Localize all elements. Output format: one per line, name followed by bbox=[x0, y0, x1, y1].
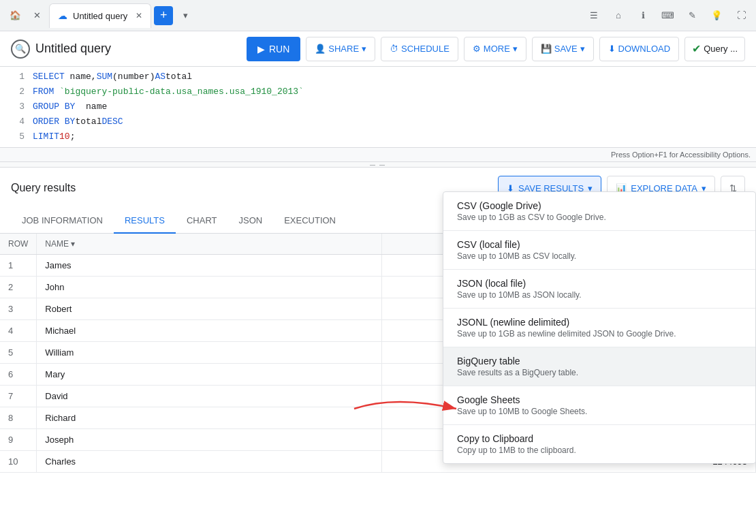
dropdown-item-4[interactable]: BigQuery table Save results as a BigQuer… bbox=[443, 347, 755, 386]
tab-json[interactable]: JSON bbox=[227, 208, 273, 234]
new-tab-button[interactable]: + bbox=[154, 6, 173, 25]
tab-results[interactable]: RESULTS bbox=[114, 208, 176, 234]
tab-title: Untitled query bbox=[73, 11, 127, 21]
cell-name: Charles bbox=[37, 451, 382, 473]
tab-job-information[interactable]: JOB INFORMATION bbox=[11, 208, 114, 234]
close-tab-button[interactable]: ✕ bbox=[27, 6, 46, 25]
menu-item-title: JSON (local file) bbox=[457, 278, 742, 289]
col-name[interactable]: name ▾ bbox=[37, 234, 382, 255]
home-icon[interactable]: ⌂ bbox=[609, 6, 628, 25]
keyboard-icon[interactable]: ⌨ bbox=[658, 6, 677, 25]
cell-row-num: 6 bbox=[0, 364, 37, 386]
download-button[interactable]: ⬇ DOWNLOAD bbox=[599, 37, 680, 61]
share-chevron: ▾ bbox=[362, 44, 366, 54]
list-icon[interactable]: ☰ bbox=[584, 6, 603, 25]
run-label: RUN bbox=[269, 44, 289, 54]
menu-item-title: CSV (local file) bbox=[457, 239, 742, 250]
dropdown-item-3[interactable]: JSONL (newline delimited) Save up to 1GB… bbox=[443, 309, 755, 347]
resize-handle[interactable]: — — bbox=[0, 162, 756, 168]
download-icon: ⬇ bbox=[608, 44, 616, 54]
menu-item-desc: Save up to 1GB as newline delimited JSON… bbox=[457, 329, 742, 339]
bulb-icon[interactable]: 💡 bbox=[707, 6, 726, 25]
run-button[interactable]: ▶ RUN bbox=[247, 37, 300, 61]
menu-item-desc: Copy up to 1MB to the clipboard. bbox=[457, 445, 742, 455]
cell-name: Joseph bbox=[37, 429, 382, 451]
accessibility-hint: Press Option+F1 for Accessibility Option… bbox=[0, 148, 756, 162]
query-status-label: ✔ Query ... bbox=[684, 37, 745, 61]
dropdown-item-0[interactable]: CSV (Google Drive) Save up to 1GB as CSV… bbox=[443, 192, 755, 230]
save-label: SAVE bbox=[554, 44, 578, 54]
share-icon: 👤 bbox=[315, 44, 326, 54]
dropdown-item-1[interactable]: CSV (local file) Save up to 10MB as CSV … bbox=[443, 231, 755, 269]
more-chevron: ▾ bbox=[513, 44, 518, 54]
share-button[interactable]: 👤 SHARE ▾ bbox=[306, 37, 375, 61]
menu-item-title: Google Sheets bbox=[457, 394, 742, 405]
tab-close-icon[interactable]: ✕ bbox=[136, 11, 142, 20]
cell-name: Michael bbox=[37, 320, 382, 342]
search-icon: 🔍 bbox=[11, 40, 30, 59]
menu-item-title: Copy to Clipboard bbox=[457, 433, 742, 444]
tab-execution[interactable]: EXECUTION bbox=[273, 208, 347, 234]
info-icon[interactable]: ℹ bbox=[633, 6, 652, 25]
cell-row-num: 5 bbox=[0, 342, 37, 364]
code-editor[interactable]: 1 SELECT name, SUM(number) AS total 2 FR… bbox=[0, 67, 756, 148]
menu-item-title: JSONL (newline delimited) bbox=[457, 317, 742, 328]
menu-item-desc: Save up to 1GB as CSV to Google Drive. bbox=[457, 213, 742, 222]
cell-name: William bbox=[37, 342, 382, 364]
edit-icon[interactable]: ✎ bbox=[682, 6, 702, 25]
tab-chart[interactable]: CHART bbox=[176, 208, 228, 234]
menu-item-title: BigQuery table bbox=[457, 356, 742, 366]
home-button[interactable]: 🏠 bbox=[5, 6, 25, 25]
gear-icon: ⚙ bbox=[473, 44, 481, 54]
more-label: MORE bbox=[484, 44, 510, 54]
menu-item-desc: Save results as a BigQuery table. bbox=[457, 368, 742, 377]
share-label: SHARE bbox=[328, 44, 359, 54]
code-line-1: 1 SELECT name, SUM(number) AS total bbox=[0, 69, 756, 84]
cell-row-num: 8 bbox=[0, 407, 37, 429]
dropdown-item-6[interactable]: Copy to Clipboard Copy up to 1MB to the … bbox=[443, 425, 755, 463]
chrome-bar: 🏠 ✕ ☁ Untitled query ✕ + ▾ ☰ ⌂ ℹ ⌨ ✎ 💡 ⛶ bbox=[0, 0, 756, 31]
menu-item-title: CSV (Google Drive) bbox=[457, 200, 742, 211]
check-icon: ✔ bbox=[692, 42, 701, 55]
code-line-5: 5 LIMIT 10; bbox=[0, 129, 756, 144]
code-line-3: 3 GROUP BY name bbox=[0, 99, 756, 114]
cell-row-num: 10 bbox=[0, 451, 37, 473]
more-tabs-button[interactable]: ▾ bbox=[176, 6, 195, 25]
fullscreen-icon[interactable]: ⛶ bbox=[731, 6, 751, 25]
chrome-right-icons: ☰ ⌂ ℹ ⌨ ✎ 💡 ⛶ bbox=[584, 6, 751, 25]
cell-name: Mary bbox=[37, 364, 382, 386]
active-tab[interactable]: ☁ Untitled query ✕ bbox=[49, 3, 151, 28]
cell-name: Richard bbox=[37, 407, 382, 429]
results-title: Query results bbox=[11, 182, 76, 194]
resize-dots-icon: — — bbox=[370, 161, 386, 168]
more-button[interactable]: ⚙ MORE ▾ bbox=[464, 37, 526, 61]
query-title: Untitled query bbox=[35, 42, 111, 56]
cell-name: James bbox=[37, 255, 382, 277]
dropdown-item-2[interactable]: JSON (local file) Save up to 10MB as JSO… bbox=[443, 270, 755, 308]
save-icon: 💾 bbox=[541, 44, 552, 54]
schedule-label: SCHEDULE bbox=[401, 44, 450, 54]
dropdown-item-5[interactable]: Google Sheets Save up to 10MB to Google … bbox=[443, 386, 755, 424]
schedule-icon: ⏱ bbox=[390, 44, 398, 54]
col-row: Row bbox=[0, 234, 37, 255]
tab-cloud-icon: ☁ bbox=[58, 10, 67, 21]
save-button[interactable]: 💾 SAVE ▾ bbox=[532, 37, 594, 61]
save-results-dropdown: CSV (Google Drive) Save up to 1GB as CSV… bbox=[443, 191, 756, 464]
cell-row-num: 7 bbox=[0, 386, 37, 407]
query-title-area: 🔍 Untitled query bbox=[11, 40, 241, 59]
menu-item-desc: Save up to 10MB as JSON locally. bbox=[457, 290, 742, 300]
menu-item-desc: Save up to 10MB as CSV locally. bbox=[457, 251, 742, 261]
download-label: DOWNLOAD bbox=[618, 44, 671, 54]
cell-name: Robert bbox=[37, 298, 382, 320]
cell-row-num: 3 bbox=[0, 298, 37, 320]
schedule-button[interactable]: ⏱ SCHEDULE bbox=[381, 37, 458, 61]
cell-row-num: 4 bbox=[0, 320, 37, 342]
cell-name: David bbox=[37, 386, 382, 407]
code-line-4: 4 ORDER BY total DESC bbox=[0, 114, 756, 129]
save-chevron: ▾ bbox=[580, 44, 585, 54]
menu-item-desc: Save up to 10MB to Google Sheets. bbox=[457, 407, 742, 416]
cell-row-num: 2 bbox=[0, 277, 37, 298]
run-play-icon: ▶ bbox=[257, 44, 265, 54]
cell-row-num: 1 bbox=[0, 255, 37, 277]
query-status-text: Query ... bbox=[704, 44, 738, 54]
